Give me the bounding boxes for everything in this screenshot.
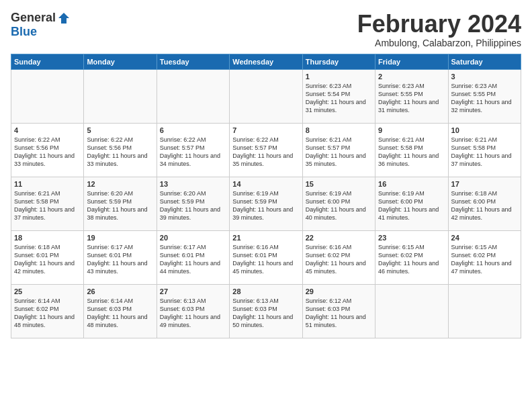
cell-line: Sunrise: 6:18 AM	[14, 244, 60, 250]
cell-line: Sunset: 5:57 PM	[160, 144, 205, 151]
cell-line: Sunset: 6:01 PM	[87, 252, 132, 259]
cell-line: Daylight: 11 hours and 45 minutes.	[232, 260, 293, 275]
cell-line: Daylight: 11 hours and 48 minutes.	[87, 314, 147, 328]
cell-line: Daylight: 11 hours and 33 minutes.	[14, 152, 75, 167]
cell-line: Daylight: 11 hours and 35 minutes.	[306, 152, 366, 167]
cell-content: Sunrise: 6:18 AMSunset: 6:00 PMDaylight:…	[451, 189, 518, 222]
day-number: 26	[87, 287, 153, 295]
cell-content: Sunrise: 6:14 AMSunset: 6:03 PMDaylight:…	[87, 297, 153, 330]
cell-line: Sunrise: 6:16 AM	[306, 244, 352, 250]
cell-line: Sunset: 6:01 PM	[160, 252, 205, 259]
calendar-cell: 18Sunrise: 6:18 AMSunset: 6:01 PMDayligh…	[11, 230, 84, 284]
cell-line: Sunrise: 6:13 AM	[232, 298, 279, 304]
cell-content: Sunrise: 6:20 AMSunset: 5:59 PMDaylight:…	[87, 189, 153, 222]
calendar-cell	[84, 69, 157, 123]
cell-content: Sunrise: 6:13 AMSunset: 6:03 PMDaylight:…	[160, 297, 226, 330]
day-number: 14	[232, 180, 299, 188]
calendar-cell: 27Sunrise: 6:13 AMSunset: 6:03 PMDayligh…	[157, 284, 229, 338]
cell-line: Sunrise: 6:14 AM	[87, 298, 133, 304]
calendar-cell: 23Sunrise: 6:15 AMSunset: 6:02 PMDayligh…	[375, 230, 448, 284]
cell-content: Sunrise: 6:21 AMSunset: 5:58 PMDaylight:…	[451, 136, 518, 169]
cell-line: Sunrise: 6:23 AM	[451, 83, 498, 89]
cell-line: Daylight: 11 hours and 39 minutes.	[232, 206, 293, 221]
cell-line: Sunrise: 6:21 AM	[451, 136, 498, 143]
calendar-cell: 29Sunrise: 6:12 AMSunset: 6:03 PMDayligh…	[302, 284, 375, 338]
cell-content: Sunrise: 6:22 AMSunset: 5:56 PMDaylight:…	[14, 136, 81, 169]
calendar-table: SundayMondayTuesdayWednesdayThursdayFrid…	[11, 54, 521, 338]
header-cell-thursday: Thursday	[302, 54, 375, 69]
header-cell-wednesday: Wednesday	[230, 54, 302, 69]
cell-line: Sunrise: 6:22 AM	[160, 136, 206, 143]
calendar-cell: 8Sunrise: 6:21 AMSunset: 5:57 PMDaylight…	[302, 123, 375, 177]
calendar-cell: 12Sunrise: 6:20 AMSunset: 5:59 PMDayligh…	[84, 177, 157, 230]
header-row: SundayMondayTuesdayWednesdayThursdayFrid…	[11, 54, 521, 69]
cell-line: Sunrise: 6:23 AM	[378, 83, 425, 89]
calendar-cell: 20Sunrise: 6:17 AMSunset: 6:01 PMDayligh…	[157, 230, 229, 284]
cell-content: Sunrise: 6:17 AMSunset: 6:01 PMDaylight:…	[87, 243, 153, 276]
logo-blue-text: Blue	[11, 25, 37, 39]
calendar-week-3: 11Sunrise: 6:21 AMSunset: 5:58 PMDayligh…	[11, 177, 521, 230]
location-title: Ambulong, Calabarzon, Philippines	[357, 38, 521, 48]
calendar-cell: 6Sunrise: 6:22 AMSunset: 5:57 PMDaylight…	[157, 123, 229, 177]
cell-line: Sunrise: 6:20 AM	[87, 190, 133, 197]
cell-content: Sunrise: 6:19 AMSunset: 6:00 PMDaylight:…	[306, 189, 372, 222]
day-number: 11	[14, 180, 81, 188]
calendar-cell: 28Sunrise: 6:13 AMSunset: 6:03 PMDayligh…	[230, 284, 302, 338]
cell-line: Sunset: 5:58 PM	[14, 198, 59, 205]
cell-line: Daylight: 11 hours and 46 minutes.	[378, 260, 439, 275]
calendar-cell: 19Sunrise: 6:17 AMSunset: 6:01 PMDayligh…	[84, 230, 157, 284]
day-number: 16	[378, 180, 445, 188]
cell-line: Sunset: 6:03 PM	[87, 306, 132, 312]
cell-line: Sunset: 5:56 PM	[14, 144, 59, 151]
day-number: 28	[232, 287, 299, 295]
day-number: 7	[232, 126, 299, 134]
day-number: 5	[87, 126, 153, 134]
logo: General Blue	[11, 11, 71, 39]
calendar-cell: 21Sunrise: 6:16 AMSunset: 6:01 PMDayligh…	[230, 230, 302, 284]
cell-line: Sunrise: 6:15 AM	[378, 244, 425, 250]
cell-line: Sunrise: 6:13 AM	[160, 298, 206, 304]
cell-line: Sunset: 6:02 PM	[306, 252, 351, 259]
calendar-cell: 25Sunrise: 6:14 AMSunset: 6:02 PMDayligh…	[11, 284, 84, 338]
cell-line: Sunrise: 6:18 AM	[451, 190, 498, 197]
cell-content: Sunrise: 6:20 AMSunset: 5:59 PMDaylight:…	[160, 189, 226, 222]
cell-line: Daylight: 11 hours and 37 minutes.	[14, 206, 75, 221]
day-number: 17	[451, 180, 518, 188]
cell-content: Sunrise: 6:15 AMSunset: 6:02 PMDaylight:…	[378, 243, 445, 276]
header-cell-sunday: Sunday	[11, 54, 84, 69]
calendar-cell: 4Sunrise: 6:22 AMSunset: 5:56 PMDaylight…	[11, 123, 84, 177]
calendar-cell: 3Sunrise: 6:23 AMSunset: 5:55 PMDaylight…	[448, 69, 521, 123]
logo-icon	[57, 11, 71, 25]
cell-line: Sunset: 5:57 PM	[306, 144, 351, 151]
cell-line: Daylight: 11 hours and 42 minutes.	[14, 260, 75, 275]
cell-content: Sunrise: 6:23 AMSunset: 5:55 PMDaylight:…	[451, 82, 518, 115]
cell-line: Sunset: 6:00 PM	[378, 198, 423, 205]
day-number: 12	[87, 180, 153, 188]
cell-line: Sunrise: 6:14 AM	[14, 298, 60, 304]
day-number: 8	[306, 126, 372, 134]
cell-content: Sunrise: 6:23 AMSunset: 5:55 PMDaylight:…	[378, 82, 445, 115]
cell-line: Sunrise: 6:22 AM	[87, 136, 133, 143]
cell-line: Daylight: 11 hours and 43 minutes.	[87, 260, 147, 275]
cell-line: Sunrise: 6:19 AM	[232, 190, 279, 197]
cell-content: Sunrise: 6:13 AMSunset: 6:03 PMDaylight:…	[232, 297, 299, 330]
calendar-cell: 14Sunrise: 6:19 AMSunset: 5:59 PMDayligh…	[230, 177, 302, 230]
cell-line: Sunset: 6:03 PM	[306, 306, 351, 312]
cell-content: Sunrise: 6:22 AMSunset: 5:56 PMDaylight:…	[87, 136, 153, 169]
cell-content: Sunrise: 6:18 AMSunset: 6:01 PMDaylight:…	[14, 243, 81, 276]
calendar-week-1: 1Sunrise: 6:23 AMSunset: 5:54 PMDaylight…	[11, 69, 521, 123]
cell-line: Daylight: 11 hours and 51 minutes.	[306, 314, 366, 328]
day-number: 6	[160, 126, 226, 134]
cell-line: Sunset: 5:56 PM	[87, 144, 132, 151]
cell-content: Sunrise: 6:14 AMSunset: 6:02 PMDaylight:…	[14, 297, 81, 330]
calendar-cell: 15Sunrise: 6:19 AMSunset: 6:00 PMDayligh…	[302, 177, 375, 230]
cell-line: Daylight: 11 hours and 38 minutes.	[87, 206, 147, 221]
page-header: General Blue February 2024 Ambulong, Cal…	[11, 11, 521, 48]
cell-content: Sunrise: 6:12 AMSunset: 6:03 PMDaylight:…	[306, 297, 372, 330]
day-number: 1	[306, 73, 372, 81]
header-cell-monday: Monday	[84, 54, 157, 69]
cell-line: Sunset: 6:02 PM	[14, 306, 59, 312]
cell-line: Daylight: 11 hours and 45 minutes.	[306, 260, 366, 275]
day-number: 21	[232, 234, 299, 242]
calendar-cell: 16Sunrise: 6:19 AMSunset: 6:00 PMDayligh…	[375, 177, 448, 230]
